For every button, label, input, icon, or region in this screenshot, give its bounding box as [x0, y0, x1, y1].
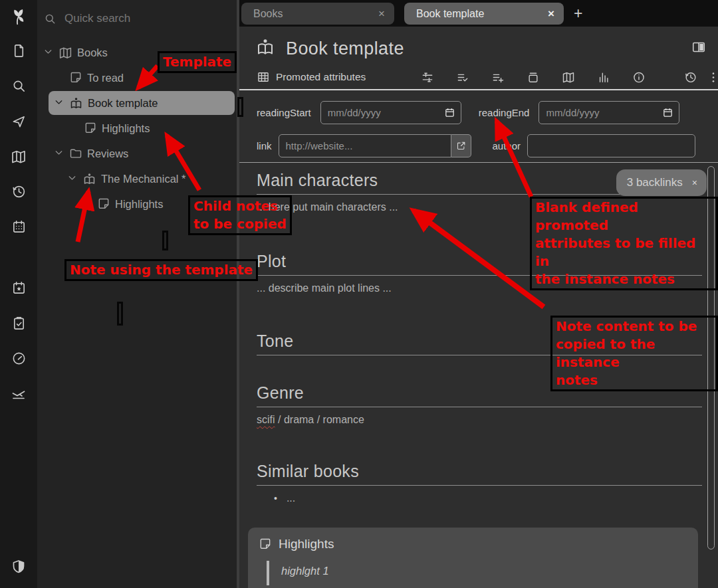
book-icon: [59, 46, 72, 60]
reading-end-input[interactable]: [538, 101, 679, 124]
search-icon[interactable]: [0, 68, 37, 104]
tree-item-to-read[interactable]: To read: [37, 65, 237, 90]
close-tab-icon[interactable]: ×: [548, 7, 554, 21]
reading-start-label: readingStart: [257, 107, 311, 118]
quote-block: highlght 1: [267, 561, 698, 585]
bullet-icon: •: [274, 493, 277, 504]
tab-books[interactable]: Books ×: [241, 3, 394, 25]
tab-label: Book template: [416, 8, 484, 20]
note-icon: [259, 538, 272, 551]
note-paths-icon[interactable]: [597, 70, 610, 84]
note-info-icon[interactable]: [632, 70, 646, 84]
open-map-icon[interactable]: [0, 139, 37, 174]
note-title-row: Book template: [239, 32, 718, 65]
close-icon[interactable]: ×: [692, 177, 697, 188]
similar-notes-icon[interactable]: [562, 70, 575, 84]
folder-icon: [69, 147, 82, 160]
note-tree-panel: Quick search Books To read Book template: [37, 0, 239, 588]
dashboard-icon[interactable]: [0, 341, 37, 376]
main-panel: Books × Book template × + Book template …: [239, 0, 718, 588]
ribbon-tab-label: Promoted attributes: [276, 71, 366, 83]
trilium-logo-icon: [0, 0, 37, 33]
included-note-title[interactable]: Highlights: [279, 537, 334, 551]
task-list-icon[interactable]: [0, 306, 37, 341]
launcher-bar: [0, 0, 37, 588]
app-window: Quick search Books To read Book template: [0, 0, 718, 588]
add-attribute-icon[interactable]: [491, 70, 505, 84]
tree-item-label: Books: [77, 47, 108, 59]
collection-properties-icon[interactable]: [527, 70, 540, 84]
section-title: Plot: [257, 252, 702, 276]
basic-properties-icon[interactable]: [421, 70, 434, 84]
section-body: scifi / drama / romance: [257, 414, 702, 426]
quick-search-placeholder: Quick search: [64, 12, 130, 25]
note-content-area[interactable]: 3 backlinks × Main characters ... here p…: [239, 163, 718, 588]
reading-end-label: readingEnd: [479, 107, 530, 118]
included-note-highlights[interactable]: Highlights highlght 1: [248, 528, 698, 588]
backlinks-badge[interactable]: 3 backlinks ×: [616, 169, 707, 196]
grid-icon: [257, 70, 270, 84]
recent-changes-icon[interactable]: [0, 174, 37, 209]
tab-bar: Books × Book template × +: [239, 0, 718, 27]
owned-attributes-icon[interactable]: [456, 70, 469, 84]
open-link-button[interactable]: [451, 134, 471, 157]
tree-item-books[interactable]: Books: [37, 40, 237, 65]
chevron-down-icon[interactable]: [53, 147, 64, 161]
link-label: link: [257, 140, 272, 151]
special-date-icon[interactable]: [0, 270, 37, 306]
promoted-attributes-area: readingStart readingEnd link: [239, 90, 718, 163]
tree-item-reviews[interactable]: Reviews: [37, 141, 237, 166]
author-input[interactable]: [527, 134, 695, 157]
tree-item-highlights-1[interactable]: Highlights: [37, 116, 237, 141]
note-icon: [69, 71, 82, 84]
chevron-down-icon[interactable]: [53, 96, 64, 110]
chevron-down-icon[interactable]: [43, 46, 54, 60]
new-tab-button[interactable]: +: [574, 6, 582, 21]
book-template-icon: [82, 172, 96, 186]
section-title: Tone: [257, 332, 702, 355]
ribbon-tab-promoted-attributes[interactable]: Promoted attributes: [257, 70, 366, 84]
external-link-icon: [456, 141, 466, 151]
section-similar-books: Similar books • ...: [257, 462, 702, 504]
jump-to-note-icon[interactable]: [0, 104, 37, 139]
note-menu-icon[interactable]: [707, 70, 718, 84]
ribbon-bar: Promoted attributes: [239, 65, 718, 90]
revisions-icon[interactable]: [684, 70, 697, 84]
section-body: ... describe main plot lines ...: [257, 282, 702, 294]
backlinks-count: 3 backlinks: [627, 176, 683, 189]
note-title[interactable]: Book template: [286, 39, 404, 59]
section-body: ... here put main characters ...: [257, 201, 702, 213]
calendar-icon[interactable]: [0, 209, 37, 245]
book-template-icon: [69, 96, 83, 110]
protected-session-icon[interactable]: [0, 549, 37, 584]
author-label: author: [493, 140, 521, 151]
section-title: Similar books: [257, 462, 702, 486]
reading-start-input[interactable]: [320, 101, 461, 124]
section-genre: Genre scifi / drama / romance: [257, 383, 702, 426]
note-tree: Books To read Book template Highlights: [37, 40, 237, 217]
tree-item-label: To read: [87, 72, 124, 84]
note-icon: [97, 197, 110, 211]
plane-landing-icon[interactable]: [0, 376, 37, 411]
tab-label: Books: [253, 8, 283, 20]
create-split-icon[interactable]: [691, 40, 706, 57]
tab-book-template[interactable]: Book template ×: [404, 3, 564, 25]
tree-item-label: Highlights: [115, 198, 163, 211]
quick-search-icon: [44, 13, 57, 25]
quick-search[interactable]: Quick search: [37, 4, 237, 33]
section-plot: Plot ... describe main plot lines ...: [257, 252, 702, 294]
tree-item-highlights-2[interactable]: Highlights: [37, 191, 237, 217]
tree-item-label: Reviews: [87, 147, 128, 160]
close-tab-icon[interactable]: ×: [378, 7, 385, 21]
scrollbar-thumb[interactable]: [707, 166, 715, 549]
book-template-icon: [255, 37, 275, 60]
chevron-down-icon[interactable]: [66, 172, 78, 186]
tree-item-book-template[interactable]: Book template: [49, 91, 235, 115]
list-item: • ...: [257, 492, 702, 504]
tree-item-the-mechanical[interactable]: The Mechanical *: [37, 166, 237, 191]
tree-item-label: Book template: [88, 97, 158, 110]
tree-item-label: Highlights: [102, 122, 150, 135]
new-note-icon[interactable]: [0, 33, 37, 68]
section-title: Genre: [257, 383, 702, 407]
link-input[interactable]: [279, 134, 451, 157]
